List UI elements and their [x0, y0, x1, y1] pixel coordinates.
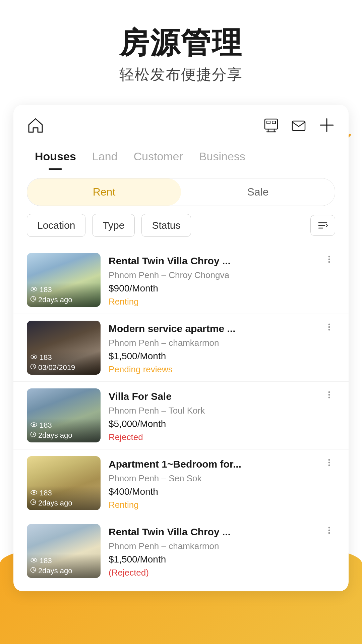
svg-point-46	[33, 559, 35, 561]
property-location: Phnom Penh – chamkarmon	[109, 338, 335, 348]
clock-icon	[30, 431, 36, 439]
property-menu-button[interactable]	[323, 322, 335, 334]
location-filter-button[interactable]: Location	[27, 214, 85, 237]
tab-business[interactable]: Business	[191, 145, 253, 170]
property-status: Pending reviews	[109, 364, 335, 375]
property-item[interactable]: 183 2days ago Apartment 1~Bedroom for...…	[13, 449, 349, 517]
property-name: Apartment 1~Bedroom for...	[109, 458, 323, 471]
clock-icon	[30, 296, 36, 304]
home-icon[interactable]	[27, 117, 44, 138]
view-count: 183	[30, 489, 97, 497]
property-name: Modern service apartme ...	[109, 322, 323, 335]
property-image: 183 03/02/2019	[27, 321, 101, 375]
property-price: $900/Month	[109, 283, 335, 294]
view-count: 183	[30, 421, 97, 430]
time-stamp: 2days ago	[30, 567, 97, 575]
eye-icon	[30, 354, 38, 361]
tab-houses[interactable]: Houses	[27, 145, 84, 170]
clock-icon	[30, 499, 36, 507]
property-menu-button[interactable]	[323, 525, 335, 538]
view-count: 183	[30, 556, 97, 565]
property-price: $5,000/Month	[109, 419, 335, 429]
tab-land[interactable]: Land	[84, 145, 126, 170]
svg-point-50	[328, 527, 330, 528]
svg-rect-4	[265, 119, 278, 129]
clock-icon	[30, 364, 36, 371]
rent-toggle-button[interactable]: Rent	[27, 178, 181, 206]
time-stamp: 2days ago	[30, 499, 97, 507]
add-listing-icon[interactable]	[318, 117, 335, 138]
svg-line-41	[33, 502, 35, 503]
property-info-header: Villa For Sale	[109, 390, 335, 403]
property-name: Rental Twin Villa Chroy ...	[109, 525, 323, 538]
eye-icon	[30, 286, 38, 293]
svg-point-35	[328, 394, 330, 395]
svg-point-42	[328, 459, 330, 461]
property-image-overlay: 183 2days ago	[27, 418, 101, 442]
tab-bar: Houses Land Customer Business	[13, 145, 349, 170]
time-stamp: 03/02/2019	[30, 363, 97, 372]
svg-point-18	[328, 256, 330, 257]
property-image-overlay: 183 03/02/2019	[27, 351, 101, 375]
type-filter-button[interactable]: Type	[92, 214, 135, 237]
property-info-header: Apartment 1~Bedroom for...	[109, 458, 335, 471]
svg-point-51	[328, 529, 330, 531]
property-location: Phnom Penh – Sen Sok	[109, 473, 335, 484]
svg-line-17	[33, 299, 35, 300]
status-filter-button[interactable]: Status	[141, 214, 191, 237]
property-info-header: Rental Twin Villa Chroy ...	[109, 525, 335, 538]
top-nav	[13, 105, 349, 145]
svg-rect-6	[272, 121, 276, 124]
property-image: 183 2days ago	[27, 456, 101, 510]
svg-point-52	[328, 532, 330, 534]
property-info: Apartment 1~Bedroom for... Phnom Penh – …	[109, 456, 335, 510]
property-info-header: Rental Twin Villa Chroy ...	[109, 254, 335, 267]
svg-line-25	[33, 367, 35, 367]
svg-point-36	[328, 396, 330, 398]
svg-point-28	[328, 329, 330, 330]
property-item[interactable]: 183 2days ago Rental Twin Villa Chroy ..…	[13, 517, 349, 585]
page-title: 房源管理	[13, 27, 349, 59]
svg-point-22	[33, 356, 35, 358]
eye-icon	[30, 489, 38, 497]
view-count: 183	[30, 285, 97, 294]
property-status: (Rejected)	[109, 568, 335, 578]
property-status: Rejected	[109, 432, 335, 442]
property-list: 183 2days ago Rental Twin Villa Chroy ..…	[13, 246, 349, 585]
tab-customer[interactable]: Customer	[125, 145, 191, 170]
property-list-icon[interactable]	[263, 118, 279, 137]
svg-line-49	[33, 570, 35, 571]
property-item[interactable]: 183 03/02/2019 Modern service apartme ..…	[13, 314, 349, 382]
page-header: 房源管理 轻松发布便捷分享	[0, 0, 362, 105]
nav-right-icons	[263, 117, 335, 138]
property-menu-button[interactable]	[323, 458, 335, 470]
svg-point-19	[328, 258, 330, 260]
property-info: Rental Twin Villa Chroy ... Phnom Penh –…	[109, 524, 335, 578]
svg-rect-5	[267, 121, 270, 124]
property-image-overlay: 183 2days ago	[27, 554, 101, 578]
time-stamp: 2days ago	[30, 296, 97, 304]
property-status: Renting	[109, 297, 335, 307]
sort-button[interactable]	[310, 215, 335, 236]
property-info-header: Modern service apartme ...	[109, 322, 335, 335]
property-name: Rental Twin Villa Chroy ...	[109, 254, 323, 267]
svg-point-34	[328, 391, 330, 393]
property-item[interactable]: 183 2days ago Rental Twin Villa Chroy ..…	[13, 246, 349, 314]
svg-point-43	[328, 462, 330, 463]
eye-icon	[30, 557, 38, 565]
page-subtitle: 轻松发布便捷分享	[13, 65, 349, 85]
property-status: Renting	[109, 500, 335, 510]
svg-point-20	[328, 261, 330, 263]
main-card: Houses Land Customer Business Rent Sale …	[13, 105, 349, 591]
property-image-overlay: 183 2days ago	[27, 283, 101, 307]
property-menu-button[interactable]	[323, 254, 335, 267]
property-location: Phnom Penh – chamkarmon	[109, 541, 335, 551]
property-item[interactable]: 183 2days ago Villa For Sale Phnom Penh …	[13, 382, 349, 449]
messages-icon[interactable]	[291, 118, 306, 137]
property-menu-button[interactable]	[323, 390, 335, 402]
svg-point-30	[33, 424, 35, 426]
property-image: 183 2days ago	[27, 524, 101, 578]
sale-toggle-button[interactable]: Sale	[181, 178, 335, 206]
svg-point-26	[328, 323, 330, 325]
property-image: 183 2days ago	[27, 253, 101, 307]
